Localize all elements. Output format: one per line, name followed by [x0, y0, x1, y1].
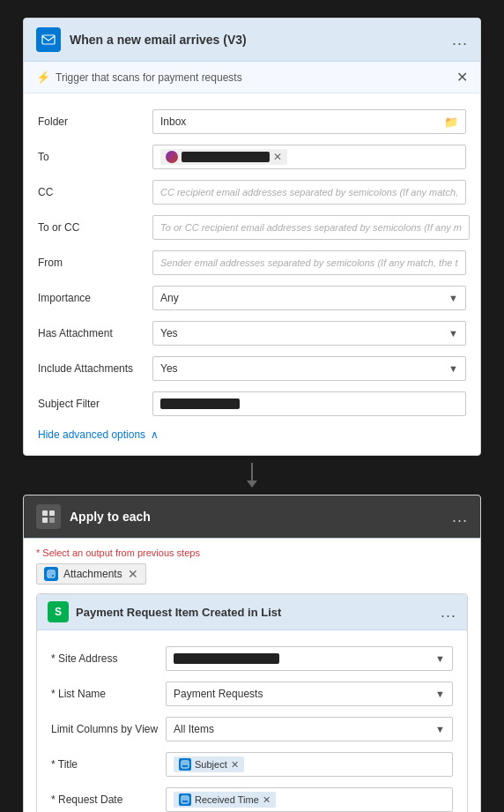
limit-columns-dropdown[interactable]: All Items ▼ — [166, 717, 453, 741]
title-tag-remove[interactable]: ✕ — [231, 759, 239, 771]
inner-card-icon: S — [48, 601, 69, 622]
list-name-label: * List Name — [51, 688, 166, 700]
to-or-cc-label: To or CC — [38, 221, 152, 234]
trigger-desc-bar: ⚡ Trigger that scans for payment request… — [24, 62, 480, 93]
title-label: * Title — [51, 758, 166, 771]
limit-columns-arrow: ▼ — [435, 724, 445, 734]
from-label: From — [38, 257, 152, 269]
from-row: From Sender email addresses separated by… — [38, 245, 466, 280]
site-address-redacted — [174, 653, 279, 664]
svg-rect-0 — [42, 35, 55, 44]
list-name-dropdown[interactable]: Payment Requests ▼ — [166, 682, 453, 706]
hide-advanced-label: Hide advanced options — [38, 428, 145, 441]
site-address-input[interactable]: ▼ — [166, 646, 453, 671]
trigger-desc-text: Trigger that scans for payment requests — [56, 71, 242, 84]
subject-filter-row: Subject Filter — [38, 386, 466, 421]
title-row: * Title Subject — [51, 747, 453, 782]
request-date-tag-icon — [179, 793, 191, 806]
to-tag-value — [182, 152, 270, 162]
svg-rect-4 — [49, 518, 55, 523]
has-attachment-label: Has Attachment — [38, 327, 152, 339]
from-input[interactable]: Sender email addresses separated by semi… — [152, 250, 466, 275]
has-attachment-arrow: ▼ — [448, 328, 458, 339]
inner-card-header: S Payment Request Item Created in List .… — [37, 594, 467, 630]
importance-arrow: ▼ — [448, 293, 458, 303]
to-tag: ✕ — [160, 149, 287, 165]
apply-to-each-card: Apply to each ... * Select an output fro… — [23, 495, 481, 812]
list-name-row: * List Name Payment Requests ▼ — [51, 676, 453, 711]
connector-arrow-1 — [247, 480, 257, 488]
svg-rect-2 — [49, 510, 55, 516]
attachments-label: Attachments — [63, 568, 122, 580]
trigger-menu[interactable]: ... — [452, 31, 468, 49]
svg-rect-3 — [42, 518, 48, 523]
include-attachments-arrow: ▼ — [448, 363, 458, 374]
cc-row: CC CC recipient email addresses separate… — [38, 175, 466, 210]
trigger-title: When a new email arrives (V3) — [70, 33, 443, 47]
inner-card-menu[interactable]: ... — [441, 603, 456, 622]
cc-input[interactable]: CC recipient email addresses separated b… — [152, 180, 466, 205]
hide-advanced-chevron: ∧ — [151, 428, 159, 441]
attachments-remove[interactable]: ✕ — [128, 567, 138, 581]
cc-label: CC — [38, 186, 152, 198]
to-or-cc-row: To or CC To or CC recipient email addres… — [38, 210, 466, 245]
inner-card-title: Payment Request Item Created in List — [76, 606, 434, 619]
importance-label: Importance — [38, 292, 152, 304]
to-tag-avatar — [166, 151, 178, 163]
connector-line-1 — [251, 463, 253, 480]
has-attachment-dropdown[interactable]: Yes ▼ — [152, 321, 466, 346]
subject-filter-input[interactable] — [152, 391, 466, 416]
trigger-desc-close[interactable]: ✕ — [456, 69, 468, 86]
select-output-label: * Select an output from previous steps — [36, 548, 468, 558]
from-placeholder: Sender email addresses separated by semi… — [160, 257, 458, 268]
trigger-card: When a new email arrives (V3) ... ⚡ Trig… — [23, 18, 481, 456]
apply-body: * Select an output from previous steps A… — [24, 539, 480, 812]
request-date-tag: Received Time ✕ — [174, 792, 276, 808]
to-row: To ✕ — [38, 139, 466, 175]
importance-row: Importance Any ▼ — [38, 280, 466, 316]
apply-menu[interactable]: ... — [452, 508, 468, 526]
list-name-arrow: ▼ — [435, 689, 445, 699]
site-address-label: * Site Address — [51, 652, 166, 665]
site-address-arrow: ▼ — [435, 653, 445, 664]
folder-icon: 📁 — [444, 115, 458, 129]
apply-icon — [36, 504, 61, 529]
to-label: To — [38, 151, 152, 163]
trigger-card-body: Folder Inbox 📁 To ✕ CC — [24, 93, 480, 455]
importance-dropdown[interactable]: Any ▼ — [152, 286, 466, 310]
svg-rect-1 — [42, 510, 48, 516]
apply-title: Apply to each — [70, 510, 443, 524]
folder-row: Folder Inbox 📁 — [38, 104, 466, 139]
inner-card: S Payment Request Item Created in List .… — [36, 593, 468, 812]
title-tag: Subject ✕ — [174, 756, 244, 772]
trigger-desc-icon: ⚡ — [36, 71, 50, 84]
include-attachments-row: Include Attachments Yes ▼ — [38, 351, 466, 386]
limit-columns-label: Limit Columns by View — [51, 723, 166, 735]
apply-to-each-header: Apply to each ... — [24, 495, 480, 539]
include-attachments-label: Include Attachments — [38, 362, 152, 375]
include-attachments-dropdown[interactable]: Yes ▼ — [152, 356, 466, 381]
has-attachment-row: Has Attachment Yes ▼ — [38, 316, 466, 351]
to-input[interactable]: ✕ — [152, 145, 466, 169]
to-or-cc-input[interactable]: To or CC recipient email addresses separ… — [152, 215, 470, 240]
cc-placeholder: CC recipient email addresses separated b… — [160, 187, 458, 197]
site-address-row: * Site Address ▼ — [51, 641, 453, 676]
to-tag-remove[interactable]: ✕ — [273, 151, 282, 163]
subject-filter-redacted — [160, 399, 240, 409]
subject-filter-label: Subject Filter — [38, 398, 152, 410]
trigger-card-header: When a new email arrives (V3) ... — [24, 19, 480, 62]
connector-1 — [247, 456, 257, 495]
request-date-row: * Request Date Receiv — [51, 782, 453, 812]
attachments-tag: Attachments ✕ — [36, 563, 146, 585]
folder-input[interactable]: Inbox 📁 — [152, 109, 466, 134]
request-date-tag-remove[interactable]: ✕ — [263, 794, 271, 806]
to-or-cc-placeholder: To or CC recipient email addresses separ… — [160, 222, 462, 233]
folder-label: Folder — [38, 115, 152, 128]
request-date-label: * Request Date — [51, 793, 166, 806]
inner-card-body: * Site Address ▼ * List Name Payment Req… — [37, 630, 467, 812]
title-tag-icon — [179, 758, 191, 771]
request-date-input[interactable]: Received Time ✕ — [166, 787, 453, 812]
hide-advanced-trigger[interactable]: Hide advanced options ∧ — [38, 421, 466, 444]
flow-container: When a new email arrives (V3) ... ⚡ Trig… — [23, 18, 481, 812]
title-input[interactable]: Subject ✕ — [166, 752, 453, 777]
